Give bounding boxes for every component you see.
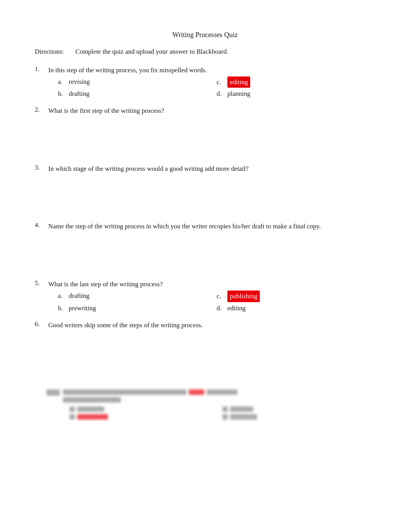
question-2: 2. What is the first step of the writing…	[35, 106, 375, 164]
question-5-number: 5.	[35, 279, 48, 287]
question-6-text: Good writers skip some of the steps of t…	[48, 320, 375, 330]
question-1-answers: a. revising c. editing b. drafting d. pl…	[58, 76, 375, 99]
directions: Directions: Complete the quiz and upload…	[35, 47, 375, 57]
page-title: Writing Processes Quiz	[35, 31, 375, 39]
question-4: 4. Name the step of the writing process …	[35, 221, 375, 279]
question-5: 5. What is the last step of the writing …	[35, 279, 375, 313]
question-3-text: In which stage of the writing process wo…	[48, 164, 375, 174]
answer-1b: b. drafting	[58, 88, 217, 99]
question-3: 3. In which stage of the writing process…	[35, 164, 375, 222]
answer-5a: a. drafting	[58, 291, 217, 302]
question-2-text: What is the first step of the writing pr…	[48, 106, 375, 116]
directions-label: Directions:	[35, 48, 64, 55]
question-1: 1. In this step of the writing process, …	[35, 65, 375, 99]
question-1-number: 1.	[35, 65, 48, 73]
answer-5d: d. editing	[217, 303, 375, 313]
question-6-number: 6.	[35, 320, 48, 328]
answer-5b: b. prewriting	[58, 303, 217, 313]
question-7-blurred	[35, 389, 375, 420]
directions-text: Complete the quiz and upload your answer…	[75, 48, 228, 55]
question-4-text: Name the step of the writing process in …	[48, 221, 375, 231]
answer-1d: d. planning	[217, 88, 375, 99]
question-6: 6. Good writers skip some of the steps o…	[35, 320, 375, 374]
highlighted-answer-editing: editing	[227, 76, 250, 88]
question-5-answers: a. drafting c. publishing b. prewriting …	[58, 291, 375, 313]
question-5-text: What is the last step of the writing pro…	[48, 279, 375, 289]
answer-1c: c. editing	[217, 76, 375, 88]
answer-5c: c. publishing	[217, 291, 375, 302]
answer-1a: a. revising	[58, 76, 217, 88]
question-4-number: 4.	[35, 221, 48, 229]
highlighted-answer-publishing: publishing	[227, 291, 260, 302]
question-1-text: In this step of the writing process, you…	[48, 65, 375, 75]
question-3-number: 3.	[35, 164, 48, 172]
question-2-number: 2.	[35, 106, 48, 114]
